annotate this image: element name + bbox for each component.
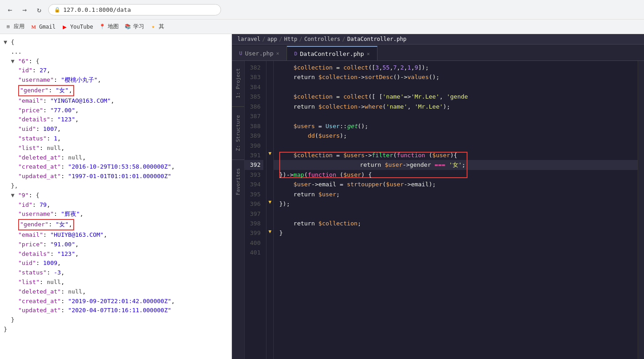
json-entry-9-open: ▼ "9": {	[0, 191, 231, 200]
gutter-390	[267, 139, 273, 149]
address-bar[interactable]: 🔒 127.0.0.1:8000/data	[48, 4, 221, 15]
ide-content-area: 1: Project Z: Structure Favorites 382 38…	[232, 61, 644, 359]
breadcrumb-laravel[interactable]: laravel	[237, 36, 261, 42]
code-line-383: return $collection->sortDesc()->values()…	[274, 72, 638, 82]
code-line-385: $collection = collect([ ['name'=>'Mr.Lee…	[274, 92, 638, 101]
ln-392: 392	[245, 160, 263, 170]
json-deleted-9: "deleted_at": null,	[0, 287, 231, 297]
json-status-9: "status": -3,	[0, 268, 231, 278]
code-line-387	[274, 111, 638, 121]
nav-bar: ← → ↻ 🔒 127.0.0.1:8000/data	[0, 0, 644, 19]
reload-button[interactable]: ↻	[34, 4, 45, 15]
json-id-9: "id": 79,	[0, 200, 231, 210]
main-area: ▼ { ... ▼ "6": { "id": 27, "username": "…	[0, 34, 644, 359]
gutter-397	[267, 207, 273, 217]
ln-382: 382	[245, 63, 263, 72]
code-line-401	[274, 248, 638, 257]
ln-385: 385	[245, 92, 263, 101]
gutter-393	[267, 168, 273, 178]
bookmark-maps[interactable]: 📍 地图	[99, 23, 119, 30]
youtube-label: YouTube	[70, 24, 93, 30]
ln-397: 397	[245, 209, 263, 219]
code-content: $collection = collect([3,55,7,2,1,9]); r…	[274, 61, 638, 359]
learning-label: 学习	[133, 23, 144, 30]
lock-icon: 🔒	[54, 7, 60, 13]
gutter-395	[267, 188, 273, 197]
json-root-open: ▼ {	[0, 38, 231, 47]
gutter-400	[267, 236, 273, 246]
code-line-382: $collection = collect([3,55,7,2,1,9]);	[274, 63, 638, 72]
json-gender-6: "gender": "女",	[0, 85, 231, 96]
ln-390: 390	[245, 141, 263, 150]
line-numbers: 382 383 384 385 386 387 388 389 390 391 …	[245, 61, 267, 359]
code-line-394: $user->email = strtoupper($user->email);	[274, 180, 638, 189]
json-entry-6-close: },	[0, 181, 231, 191]
json-uid-9: "uid": 1009,	[0, 259, 231, 268]
json-panel: ▼ { ... ▼ "6": { "id": 27, "username": "…	[0, 34, 232, 359]
ln-400: 400	[245, 238, 263, 248]
forward-button[interactable]: →	[19, 4, 30, 15]
code-line-397	[274, 209, 638, 219]
gutter-384	[267, 80, 273, 90]
gutter-391[interactable]: ▼	[267, 149, 273, 158]
tab-datacontroller-label: DataController.php	[300, 50, 364, 57]
project-label[interactable]: 1: Project	[233, 65, 243, 102]
code-area: 382 383 384 385 386 387 388 389 390 391 …	[245, 61, 638, 359]
json-uid-6: "uid": 1007,	[0, 125, 231, 134]
scroll-strip[interactable]	[638, 61, 644, 359]
gutter-388	[267, 120, 273, 129]
maps-label: 地图	[108, 23, 119, 30]
back-button[interactable]: ←	[5, 4, 15, 15]
apps-label: 应用	[14, 23, 25, 30]
ln-387: 387	[245, 111, 263, 121]
bookmark-youtube[interactable]: ▶ YouTube	[61, 23, 93, 30]
ln-393: 393	[245, 170, 263, 180]
gutter-387	[267, 110, 273, 119]
bookmark-apps[interactable]: ⊞ 应用	[5, 23, 25, 30]
json-status-6: "status": 1,	[0, 134, 231, 144]
gutter-389	[267, 129, 273, 139]
tab-user-php-close[interactable]: ✕	[276, 50, 279, 56]
code-line-384	[274, 82, 638, 92]
json-created-6: "created_at": "2016-10-29T10:53:58.00000…	[0, 162, 231, 172]
tab-user-php[interactable]: U User.php ✕	[232, 46, 287, 60]
other-icon: ★	[150, 23, 157, 30]
learning-icon: 📚	[124, 23, 131, 30]
bookmark-gmail[interactable]: M Gmail	[30, 23, 55, 30]
json-price-6: "price": "77.00",	[0, 106, 231, 115]
ln-389: 389	[245, 131, 263, 140]
json-entry-9-close: }	[0, 315, 231, 325]
youtube-icon: ▶	[61, 23, 68, 30]
code-line-388: $users = User::get();	[274, 121, 638, 131]
json-gender-9: "gender": "女",	[0, 219, 231, 230]
json-entry-6-open: ▼ "6": {	[0, 57, 231, 66]
apps-icon: ⊞	[5, 23, 12, 30]
tab-datacontroller-php[interactable]: D DataController.php ✕	[287, 46, 377, 60]
gutter-396[interactable]: ▼	[267, 197, 273, 207]
code-line-395: return $user;	[274, 189, 638, 199]
ln-384: 384	[245, 82, 263, 92]
ln-388: 388	[245, 121, 263, 131]
favorites-label[interactable]: Favorites	[233, 165, 243, 199]
bookmark-learning[interactable]: 📚 学习	[124, 23, 144, 30]
ln-383: 383	[245, 72, 263, 82]
code-line-390	[274, 141, 638, 150]
bookmark-other[interactable]: ★ 其	[150, 23, 164, 30]
tab-datacontroller-close[interactable]: ✕	[367, 51, 370, 57]
json-details-6: "details": "123",	[0, 115, 231, 125]
json-details-9: "details": "123",	[0, 249, 231, 259]
gutter-392	[267, 158, 273, 168]
json-price-9: "price": "91.00",	[0, 240, 231, 249]
breadcrumb-http[interactable]: Http	[284, 36, 297, 42]
json-id-6: "id": 27,	[0, 66, 231, 75]
gmail-label: Gmail	[39, 24, 55, 30]
code-line-400	[274, 238, 638, 248]
ln-399: 399	[245, 228, 263, 238]
breadcrumb-file[interactable]: DataController.php	[347, 36, 407, 42]
breadcrumb-controllers[interactable]: Controllers	[304, 36, 340, 42]
breadcrumb-app[interactable]: app	[267, 36, 277, 42]
ide-sidebar-strip: 1: Project Z: Structure Favorites	[232, 61, 245, 359]
gutter-399[interactable]: ▼	[267, 226, 273, 236]
datacontroller-icon: D	[294, 51, 297, 57]
structure-label[interactable]: Z: Structure	[233, 111, 243, 155]
